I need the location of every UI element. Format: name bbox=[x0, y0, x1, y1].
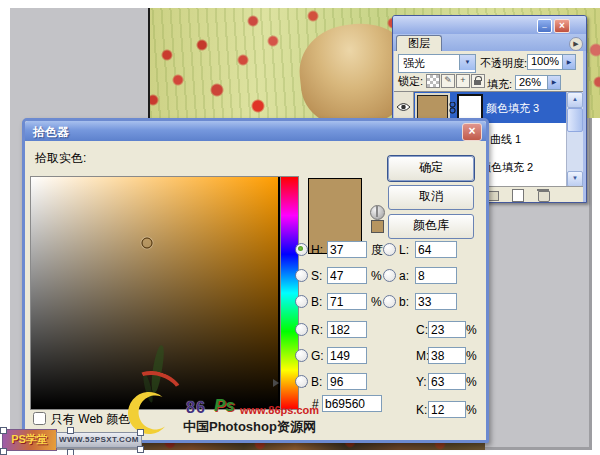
a-radio[interactable] bbox=[383, 269, 396, 282]
layer-name[interactable]: 颜色填充 3 bbox=[486, 102, 539, 114]
lock-label: 锁定: bbox=[398, 75, 423, 87]
hex-input[interactable] bbox=[322, 395, 382, 412]
m-input[interactable] bbox=[428, 347, 466, 364]
c-unit: % bbox=[466, 324, 477, 337]
new-layer-icon[interactable] bbox=[512, 189, 524, 202]
h-unit: 度 bbox=[371, 244, 383, 257]
lock-all-icon[interactable] bbox=[471, 74, 485, 88]
transform-handle[interactable] bbox=[137, 429, 144, 436]
s-unit: % bbox=[371, 270, 382, 283]
scroll-up-icon[interactable]: ▲ bbox=[567, 92, 583, 108]
lab-b-radio[interactable] bbox=[383, 295, 396, 308]
scrollbar-thumb[interactable] bbox=[567, 108, 583, 132]
opacity-value[interactable]: 100% bbox=[527, 54, 563, 70]
color-picker-dialog: 拾色器 × 拾取实色: 确定 取消 颜色库 H: 度 S: % B: bbox=[22, 118, 489, 443]
web-colors-only-label: 只有 Web 颜色 bbox=[51, 413, 130, 426]
g-label: G: bbox=[311, 350, 324, 363]
hue-slider[interactable] bbox=[280, 176, 299, 410]
y-input[interactable] bbox=[428, 373, 466, 390]
lock-move-icon[interactable]: + bbox=[456, 74, 470, 88]
delete-layer-icon[interactable] bbox=[538, 191, 550, 202]
l-label: L: bbox=[399, 244, 409, 257]
web-warning-icon[interactable] bbox=[370, 205, 385, 220]
close-icon[interactable]: × bbox=[554, 19, 570, 33]
transform-handle[interactable] bbox=[0, 448, 7, 455]
k-label: K: bbox=[416, 404, 427, 417]
color-library-button[interactable]: 颜色库 bbox=[388, 214, 474, 239]
b-unit: % bbox=[371, 296, 382, 309]
dialog-titlebar[interactable]: 拾色器 × bbox=[25, 121, 486, 141]
web-colors-only-checkbox[interactable] bbox=[33, 412, 46, 425]
color-sample-marker[interactable] bbox=[142, 237, 153, 248]
ok-button[interactable]: 确定 bbox=[388, 156, 474, 181]
transform-handle[interactable] bbox=[137, 446, 144, 453]
g-radio[interactable] bbox=[295, 349, 308, 362]
k-unit: % bbox=[466, 404, 477, 417]
cancel-button[interactable]: 取消 bbox=[388, 185, 474, 210]
dialog-title: 拾色器 bbox=[33, 124, 69, 141]
minimize-icon[interactable]: _ bbox=[537, 19, 552, 33]
transform-handle[interactable] bbox=[0, 427, 7, 434]
padlock-body bbox=[474, 80, 481, 85]
c-input[interactable] bbox=[428, 321, 466, 338]
transform-handle[interactable] bbox=[67, 449, 74, 455]
l-input[interactable] bbox=[415, 241, 457, 258]
s-label: S: bbox=[311, 270, 322, 283]
opacity-label: 不透明度: bbox=[480, 57, 527, 69]
chevron-down-icon[interactable]: ▼ bbox=[459, 55, 475, 70]
photoshop-screen: _ × 图层 ▶ 强光 ▼ 不透明度: 100% ▶ 锁定: ✎ + 填充: 2… bbox=[0, 0, 600, 455]
lab-b-input[interactable] bbox=[415, 293, 457, 310]
watermark-86-logo: 86 bbox=[186, 399, 206, 417]
rgb-b-input[interactable] bbox=[327, 373, 367, 390]
b-input[interactable] bbox=[327, 293, 367, 310]
k-input[interactable] bbox=[428, 401, 466, 418]
a-label: a: bbox=[399, 270, 409, 283]
trash-lid bbox=[537, 189, 549, 191]
lab-b-label: b: bbox=[399, 296, 409, 309]
layers-scrollbar[interactable]: ▲ ▼ bbox=[566, 92, 583, 187]
rgb-b-radio[interactable] bbox=[295, 375, 308, 388]
b-label: B: bbox=[311, 296, 322, 309]
layer-name[interactable]: 曲线 1 bbox=[490, 133, 521, 145]
web-safe-color-cube[interactable] bbox=[371, 220, 384, 233]
transform-handle[interactable] bbox=[67, 427, 74, 434]
blend-mode-select[interactable]: 强光 ▼ bbox=[398, 54, 476, 73]
eye-icon bbox=[396, 102, 411, 112]
s-radio[interactable] bbox=[295, 269, 308, 282]
opacity-spinner-icon[interactable]: ▶ bbox=[562, 54, 576, 70]
close-icon[interactable]: × bbox=[462, 123, 482, 141]
layers-panel-titlebar[interactable]: _ × bbox=[393, 16, 586, 34]
watermark-site-url: www.86ps.com bbox=[240, 404, 319, 416]
banner-url: WWW.52PSXT.COM bbox=[56, 432, 142, 448]
watermark-site-name: 中国Photoshop资源网 bbox=[183, 418, 316, 436]
l-radio[interactable] bbox=[383, 243, 396, 256]
banner-title: PS学堂 bbox=[2, 429, 57, 451]
y-label: Y: bbox=[416, 376, 427, 389]
y-unit: % bbox=[466, 376, 477, 389]
r-label: R: bbox=[311, 324, 323, 337]
fill-spinner-icon[interactable]: ▶ bbox=[547, 75, 561, 90]
tab-layers[interactable]: 图层 bbox=[396, 35, 442, 52]
fill-value[interactable]: 26% bbox=[515, 75, 549, 90]
r-radio[interactable] bbox=[295, 323, 308, 336]
link-icon bbox=[449, 102, 456, 114]
fill-label: 填充: bbox=[487, 78, 512, 90]
lock-transparency-icon[interactable] bbox=[426, 74, 440, 88]
dialog-subtitle: 拾取实色: bbox=[35, 150, 86, 167]
panel-menu-icon[interactable]: ▶ bbox=[569, 37, 583, 51]
hue-slider-left-arrow[interactable] bbox=[273, 379, 279, 387]
g-input[interactable] bbox=[327, 347, 367, 364]
m-unit: % bbox=[466, 350, 477, 363]
h-radio[interactable] bbox=[295, 243, 308, 256]
lock-paint-icon[interactable]: ✎ bbox=[441, 74, 455, 88]
a-input[interactable] bbox=[415, 267, 457, 284]
h-input[interactable] bbox=[327, 241, 367, 258]
h-label: H: bbox=[311, 244, 323, 257]
watermark-ps-logo: Ps bbox=[214, 396, 235, 416]
rgb-b-label: B: bbox=[311, 376, 322, 389]
r-input[interactable] bbox=[327, 321, 367, 338]
layers-panel-tabbar: 图层 ▶ bbox=[393, 34, 586, 51]
b-radio[interactable] bbox=[295, 295, 308, 308]
s-input[interactable] bbox=[327, 267, 367, 284]
scroll-down-icon[interactable]: ▼ bbox=[567, 171, 583, 187]
